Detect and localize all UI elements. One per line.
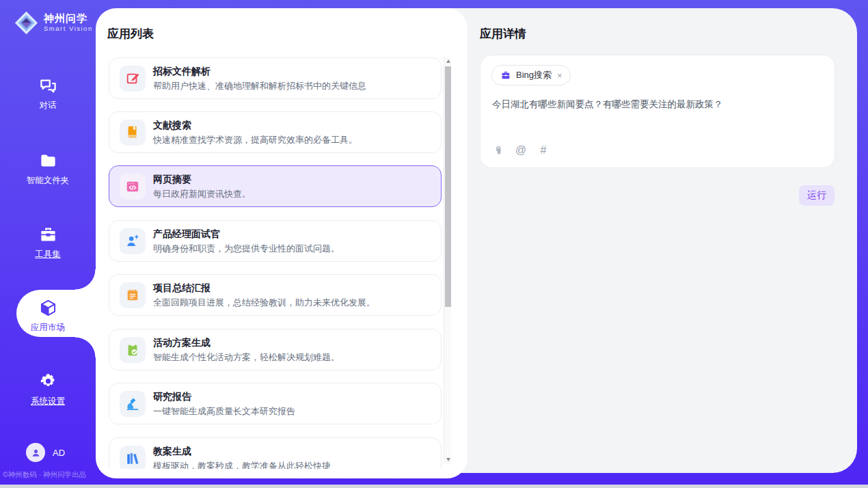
- prompt-composer: Bing搜索 × 今日湖北有哪些新闻要点？有哪些需要关注的最新政策？ @#: [480, 55, 835, 168]
- prompt-input[interactable]: 今日湖北有哪些新闻要点？有哪些需要关注的最新政策？: [492, 98, 824, 139]
- app-card-name: 网页摘要: [153, 174, 191, 186]
- app-detail-title: 应用详情: [480, 26, 526, 42]
- sidebar-item-chat[interactable]: 对话: [0, 77, 96, 111]
- microscope-icon: [120, 391, 146, 417]
- app-card[interactable]: 教案生成模板驱动，教案秒成，教学准备从此轻松快捷: [109, 437, 442, 469]
- tool-tag-bing-search[interactable]: Bing搜索 ×: [491, 65, 571, 85]
- app-card-description: 帮助用户快速、准确地理解和解析招标书中的关键信息: [153, 80, 366, 92]
- app-card-description: 全面回顾项目进展，总结经验教训，助力未来优化发展。: [153, 297, 375, 309]
- browser-code-icon: [120, 174, 146, 200]
- app-list-panel: 应用列表 招标文件解析帮助用户快速、准确地理解和解析招标书中的关键信息文献搜索快…: [96, 8, 467, 478]
- app-card-name: 招标文件解析: [153, 66, 211, 78]
- sidebar-item-gear[interactable]: 系统设置: [0, 372, 96, 407]
- app-card[interactable]: 项目总结汇报全面回顾项目进展，总结经验教训，助力未来优化发展。: [109, 274, 442, 316]
- app-card-name: 产品经理面试官: [153, 228, 220, 241]
- books-icon: [120, 446, 146, 469]
- app-card[interactable]: 文献搜索快速精准查找学术资源，提高研究效率的必备工具。: [109, 111, 442, 153]
- notepad-icon: [120, 282, 146, 308]
- app-list-title: 应用列表: [107, 26, 154, 42]
- tool-tag-label: Bing搜索: [516, 69, 552, 81]
- gear-icon: [39, 372, 57, 391]
- toolbox-icon: [39, 226, 57, 244]
- app-window: 神州问学 Smart Vision 对话智能文件夹工具集应用市场系统设置 AD …: [0, 0, 868, 488]
- sidebar-item-label: 工具集: [35, 249, 61, 260]
- avatar: [26, 443, 45, 462]
- tab-fillet-top: [75, 269, 96, 290]
- close-icon[interactable]: ×: [556, 70, 563, 81]
- composer-toolbar: @#: [492, 144, 550, 157]
- brand: 神州问学 Smart Vision: [14, 8, 96, 37]
- app-detail-panel: 应用详情 Bing搜索 × 今日湖北有哪些新闻要点？有哪些需要关注的最新政策？ …: [467, 8, 857, 473]
- app-card-name: 研究报告: [153, 391, 191, 403]
- app-card-list: 招标文件解析帮助用户快速、准确地理解和解析招标书中的关键信息文献搜索快速精准查找…: [96, 57, 467, 469]
- app-card-description: 每日政府新闻资讯快查。: [153, 188, 251, 200]
- app-card-description: 快速精准查找学术资源，提高研究效率的必备工具。: [153, 134, 357, 146]
- chat-icon: [39, 77, 57, 95]
- scroll-up-icon[interactable]: [444, 57, 452, 66]
- folder-icon: [39, 152, 57, 170]
- sidebar-item-label: 应用市场: [31, 322, 65, 334]
- scrollbar-thumb[interactable]: [445, 66, 451, 307]
- sidebar-item-folder[interactable]: 智能文件夹: [0, 152, 96, 187]
- app-card[interactable]: 招标文件解析帮助用户快速、准确地理解和解析招标书中的关键信息: [109, 57, 442, 99]
- app-card-name: 项目总结汇报: [153, 282, 211, 295]
- scroll-down-icon[interactable]: [444, 455, 452, 464]
- brand-name: 神州问学: [44, 13, 93, 25]
- tab-fillet-bottom: [75, 337, 96, 357]
- run-button[interactable]: 运行: [799, 185, 835, 206]
- briefcase-icon: [500, 70, 511, 81]
- book-icon: [120, 120, 146, 146]
- app-card[interactable]: 产品经理面试官明确身份和职责，为您提供专业性的面试问题。: [109, 220, 442, 262]
- sidebar-item-toolbox[interactable]: 工具集: [0, 226, 96, 260]
- app-card-name: 文献搜索: [153, 120, 191, 132]
- app-card[interactable]: 活动方案生成智能生成个性化活动方案，轻松解决规划难题。: [109, 329, 442, 370]
- app-card[interactable]: 研究报告一键智能生成高质量长文本研究报告: [109, 383, 442, 424]
- brand-diamond-logo-icon: [14, 10, 39, 36]
- person-icon: [120, 228, 146, 254]
- at-icon[interactable]: @: [515, 144, 527, 157]
- cube-icon: [39, 299, 57, 317]
- user-label: AD: [53, 448, 65, 458]
- copyright-text: ©神州数码 · 神州问学出品: [3, 470, 86, 480]
- user-account[interactable]: AD: [26, 443, 65, 462]
- paperclip-icon[interactable]: [492, 144, 504, 157]
- scrollbar[interactable]: [444, 57, 451, 464]
- app-card-description: 明确身份和职责，为您提供专业性的面试问题。: [153, 243, 340, 255]
- app-card-description: 模板驱动，教案秒成，教学准备从此轻松快捷: [153, 460, 331, 469]
- app-card[interactable]: 网页摘要每日政府新闻资讯快查。: [109, 165, 442, 207]
- brand-subtitle: Smart Vision: [44, 25, 93, 32]
- hash-icon[interactable]: #: [537, 144, 550, 157]
- app-card-name: 活动方案生成: [153, 337, 211, 349]
- clipboard-check-icon: [120, 337, 146, 363]
- app-card-description: 智能生成个性化活动方案，轻松解决规划难题。: [153, 351, 340, 364]
- sidebar-item-label: 对话: [40, 100, 57, 111]
- sidebar-item-label: 智能文件夹: [27, 175, 70, 187]
- sidebar-item-cube[interactable]: 应用市场: [0, 299, 96, 334]
- edit-doc-icon: [120, 66, 146, 92]
- app-card-name: 教案生成: [153, 446, 191, 458]
- sidebar-item-label: 系统设置: [31, 396, 65, 407]
- app-card-description: 一键智能生成高质量长文本研究报告: [153, 405, 295, 418]
